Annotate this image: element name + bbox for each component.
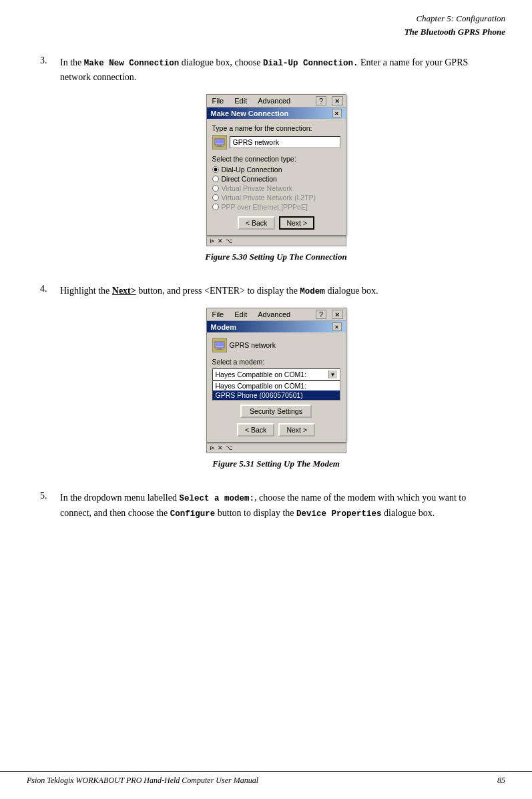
- page-footer: Psion Teklogix WORKABOUT PRO Hand-Held C…: [0, 771, 532, 786]
- header-section: The Bluetooth GPRS Phone: [27, 25, 505, 39]
- modem-help-button[interactable]: ?: [316, 310, 326, 319]
- menu-edit[interactable]: Edit: [232, 96, 250, 105]
- radio-vpn-circle: [212, 185, 219, 192]
- modem-back-button[interactable]: < Back: [237, 423, 274, 437]
- modem-menu-advanced[interactable]: Advanced: [255, 310, 293, 319]
- taskbar-icon-1: ⊳: [210, 238, 215, 244]
- page-header: Chapter 5: Configuration The Bluetooth G…: [0, 0, 532, 42]
- radio-direct-label: Direct Connection: [222, 175, 277, 183]
- connection-name-input[interactable]: GPRS network: [230, 136, 340, 148]
- step-4-text: Highlight the Next> button, and press <E…: [60, 284, 492, 298]
- figure-5-30-caption: Figure 5.30 Setting Up The Connection: [205, 252, 346, 262]
- step-4: 4. Highlight the Next> button, and press…: [40, 284, 492, 475]
- modem-network-name: GPRS network: [230, 341, 276, 349]
- svg-rect-2: [218, 145, 222, 146]
- connection-type-radios: Dial-Up Connection Direct Connection Vir…: [212, 166, 340, 211]
- modem-body: GPRS network Select a modem: Hayes Compa…: [207, 332, 346, 442]
- modem-title-close[interactable]: ×: [332, 322, 342, 331]
- modem-next-button[interactable]: Next >: [278, 423, 315, 437]
- radio-pppoe-label: PPP over Ethernet [PPPoE]: [222, 203, 308, 211]
- figure-5-30-container: File Edit Advanced ? × Make New Connecti…: [60, 94, 492, 262]
- step-4-number: 4.: [40, 284, 60, 475]
- radio-vpn-l2tp: Virtual Private Network (L2TP): [212, 194, 340, 202]
- modem-titlebar: Modem ×: [207, 321, 346, 332]
- modem-menubar: File Edit Advanced ? ×: [207, 308, 346, 321]
- connection-type-label: Select the connection type:: [212, 155, 340, 163]
- modem-menu-file[interactable]: File: [210, 310, 227, 319]
- device-properties-ref: Device Properties: [296, 509, 382, 519]
- radio-dialup[interactable]: Dial-Up Connection: [212, 166, 340, 174]
- configure-ref: Configure: [170, 509, 216, 519]
- figure-5-31-caption: Figure 5.31 Setting Up The Modem: [212, 459, 340, 469]
- title-close-button[interactable]: ×: [332, 109, 342, 117]
- security-settings-button[interactable]: Security Settings: [240, 405, 312, 418]
- connection-name-label: Type a name for the connection:: [212, 124, 340, 132]
- svg-rect-7: [216, 349, 223, 350]
- next-btn-ref: Next>: [112, 286, 136, 296]
- dialog-buttons: < Back Next >: [212, 216, 340, 230]
- dropdown-arrow: ▼: [328, 370, 337, 378]
- modem-dialog: File Edit Advanced ? × Modem ×: [206, 308, 346, 443]
- taskbar-icon-5: ✕: [218, 445, 223, 451]
- dial-up-ref: Dial-Up Connection.: [263, 59, 358, 68]
- radio-direct-circle: [212, 176, 219, 182]
- radio-direct[interactable]: Direct Connection: [212, 175, 340, 183]
- step-5-number: 5.: [40, 491, 60, 527]
- select-modem-ref: Select a modem:: [179, 494, 254, 503]
- taskbar-icon-6: ⌥: [226, 445, 232, 451]
- modem-dropdown[interactable]: Hayes Compatible on COM1: ▼: [212, 368, 340, 380]
- footer-right: 85: [497, 776, 505, 786]
- dialog-titlebar: Make New Connection ×: [207, 107, 346, 119]
- step-3: 3. In the Make New Connection dialogue b…: [40, 55, 492, 268]
- step-4-body: Highlight the Next> button, and press <E…: [60, 284, 492, 475]
- connection-icon: [212, 135, 227, 150]
- step-5-text: In the dropdown menu labelled Select a m…: [60, 491, 492, 521]
- make-new-connection-ref: Make New Connection: [84, 59, 180, 68]
- select-modem-label: Select a modem:: [212, 358, 340, 366]
- radio-dialup-label: Dial-Up Connection: [222, 166, 282, 174]
- modem-network-icon: [212, 338, 227, 352]
- header-chapter: Chapter 5: Configuration: [27, 12, 505, 25]
- back-button[interactable]: < Back: [238, 216, 275, 230]
- dialog-title: Make New Connection: [211, 109, 289, 117]
- radio-vpn-l2tp-label: Virtual Private Network (L2TP): [222, 194, 316, 202]
- svg-rect-6: [218, 348, 222, 349]
- figure-5-31-container: File Edit Advanced ? × Modem ×: [60, 308, 492, 469]
- svg-rect-5: [216, 342, 224, 346]
- modem-title: Modem: [211, 323, 237, 331]
- taskbar-icon-3: ⌥: [226, 238, 232, 244]
- radio-dialup-circle: [212, 166, 219, 173]
- connection-name-row: GPRS network: [212, 135, 340, 150]
- taskbar-icon-4: ⊳: [210, 445, 215, 451]
- footer-left: Psion Teklogix WORKABOUT PRO Hand-Held C…: [27, 776, 258, 786]
- page-content: 3. In the Make New Connection dialogue b…: [0, 42, 532, 563]
- menu-advanced[interactable]: Advanced: [255, 96, 293, 105]
- svg-rect-1: [216, 140, 224, 144]
- make-new-connection-dialog: File Edit Advanced ? × Make New Connecti…: [206, 94, 346, 236]
- help-button[interactable]: ?: [316, 96, 326, 105]
- step-5: 5. In the dropdown menu labelled Select …: [40, 491, 492, 527]
- radio-pppoe: PPP over Ethernet [PPPoE]: [212, 203, 340, 211]
- radio-vpn-l2tp-circle: [212, 194, 219, 201]
- modem-option-gprs[interactable]: GPRS Phone (0060570501): [213, 390, 340, 400]
- modem-ref: Modem: [300, 287, 325, 296]
- dialog-close-button[interactable]: ×: [332, 96, 342, 105]
- step-5-body: In the dropdown menu labelled Select a m…: [60, 491, 492, 527]
- modem-dialog-buttons: < Back Next >: [212, 423, 340, 437]
- next-button[interactable]: Next >: [279, 216, 314, 230]
- step-3-body: In the Make New Connection dialogue box,…: [60, 55, 492, 268]
- modem-option-hayes[interactable]: Hayes Compatible on COM1:: [213, 381, 340, 390]
- modem-close-button[interactable]: ×: [332, 310, 342, 319]
- modem-network-row: GPRS network: [212, 338, 340, 352]
- modem-dropdown-value: Hayes Compatible on COM1:: [216, 370, 307, 378]
- radio-vpn-label: Virtual Private Network: [222, 184, 293, 192]
- taskbar-icon-2: ✕: [218, 238, 223, 244]
- dialog-menubar: File Edit Advanced ? ×: [207, 95, 346, 107]
- menu-file[interactable]: File: [210, 96, 227, 105]
- step-3-number: 3.: [40, 55, 60, 268]
- modem-dropdown-list: Hayes Compatible on COM1: GPRS Phone (00…: [212, 380, 340, 401]
- dialog-body: Type a name for the connection: G: [207, 119, 346, 235]
- radio-pppoe-circle: [212, 204, 219, 210]
- taskbar-strip-2: ⊳ ✕ ⌥: [206, 443, 346, 453]
- modem-menu-edit[interactable]: Edit: [232, 310, 250, 319]
